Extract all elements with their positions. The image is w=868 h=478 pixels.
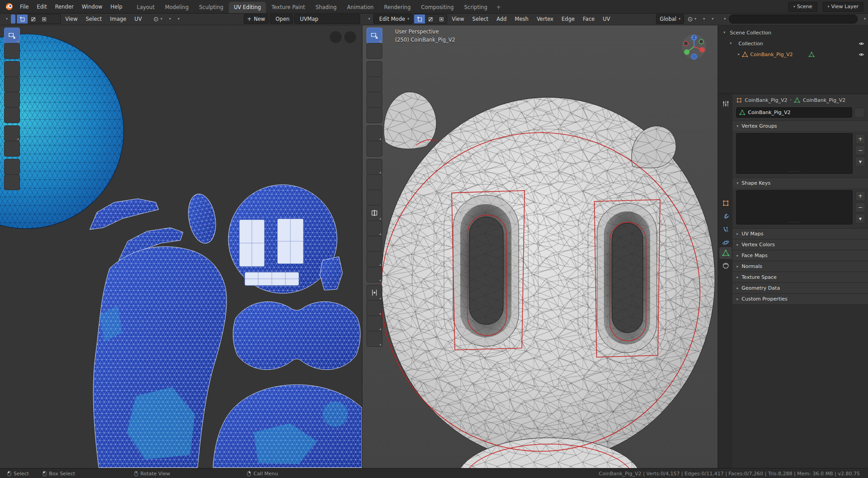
tab-output[interactable] — [719, 144, 732, 156]
uv-sync-selection-toggle[interactable] — [11, 14, 15, 24]
tab-material[interactable] — [719, 260, 732, 272]
vertex-groups-list[interactable]: ······ — [736, 133, 853, 174]
uv-menu-uv[interactable]: UV — [131, 14, 145, 24]
tab-tool[interactable] — [719, 115, 732, 126]
uv-select-mode-face[interactable] — [39, 14, 49, 24]
tool-rotate[interactable] — [366, 76, 382, 92]
tool-extrude-region[interactable] — [366, 159, 382, 175]
tool-spin[interactable] — [366, 251, 382, 267]
breadcrumb-data-name[interactable]: CoinBank_Pig_V2 — [803, 97, 845, 103]
navigation-gizmo[interactable]: Z — [680, 33, 708, 62]
remove-vertex-group-button[interactable]: − — [855, 145, 865, 155]
list-resize-grip[interactable]: ······ — [789, 170, 800, 173]
vp-menu-uv[interactable]: UV — [599, 14, 614, 24]
tab-modifiers[interactable] — [719, 211, 732, 223]
menu-help[interactable]: Help — [106, 2, 126, 12]
hide-in-viewport-eye-icon[interactable] — [858, 52, 864, 57]
fake-user-button[interactable] — [854, 108, 864, 118]
uv-tool-grab[interactable] — [4, 159, 20, 175]
uv-tool-cursor[interactable] — [4, 43, 20, 59]
tab-object-data[interactable] — [719, 247, 732, 259]
mode-dropdown[interactable]: Edit Mode▾ — [373, 14, 413, 24]
menu-window[interactable]: Window — [77, 2, 106, 12]
vp-menu-select[interactable]: Select — [469, 14, 492, 24]
snap-button[interactable]: ▾ — [699, 14, 707, 24]
workspace-tab-rendering[interactable]: Rendering — [379, 2, 416, 13]
workspace-tab-scripting[interactable]: Scripting — [459, 2, 492, 13]
shape-keys-list[interactable]: ······ — [736, 190, 853, 225]
panel-vertex-colors-header[interactable]: ▸ Vertex Colors — [733, 239, 868, 250]
new-image-button[interactable]: +New — [244, 14, 269, 24]
tool-select-box[interactable] — [366, 28, 382, 43]
workspace-tab-uv-editing[interactable]: UV Editing — [229, 2, 266, 13]
uv-tool-measure[interactable] — [4, 141, 20, 157]
vp-menu-mesh[interactable]: Mesh — [511, 14, 532, 24]
add-shape-key-button[interactable]: + — [855, 191, 865, 201]
snap-button[interactable]: ▾ — [165, 14, 173, 24]
tool-knife[interactable] — [366, 220, 382, 236]
transform-orientation-dropdown[interactable]: Global▾ — [656, 14, 684, 24]
tool-inset-faces[interactable] — [366, 174, 382, 190]
breadcrumb-object-name[interactable]: CoinBank_Pig_V2 — [745, 97, 787, 103]
editor-type-button[interactable]: ▾ — [2, 14, 10, 24]
outliner-row-scene-collection[interactable]: ▾ Scene Collection — [718, 27, 868, 38]
shape-key-specials-button[interactable]: ▾ — [855, 214, 865, 224]
tool-loop-cut[interactable] — [366, 205, 382, 221]
tab-render[interactable] — [719, 130, 732, 142]
uv-tool-relax[interactable] — [4, 174, 20, 190]
panel-vertex-groups-header[interactable]: ▾ Vertex Groups — [733, 121, 868, 131]
pivot-point-button[interactable]: ▾ — [151, 14, 164, 24]
editor-type-button[interactable]: ▾ — [365, 14, 372, 24]
tool-transform[interactable] — [366, 107, 382, 123]
uv-tool-select-box[interactable] — [4, 28, 20, 43]
proportional-edit-button[interactable]: ▾ — [174, 14, 182, 24]
view-layer-selector[interactable]: ▾ View Layer — [823, 2, 863, 12]
tool-edge-slide[interactable] — [366, 285, 382, 301]
disclosure-triangle-icon[interactable]: ▸ — [738, 53, 740, 56]
tool-scale[interactable] — [366, 92, 382, 108]
panel-texture-space-header[interactable]: ▸ Texture Space — [733, 272, 868, 282]
vp-menu-edge[interactable]: Edge — [558, 14, 579, 24]
tab-object[interactable] — [719, 197, 732, 209]
uv-zoom-button[interactable] — [344, 31, 356, 43]
vertex-group-specials-button[interactable]: ▾ — [855, 157, 865, 167]
uv-select-mode-island[interactable] — [49, 14, 60, 24]
workspace-tab-compositing[interactable]: Compositing — [416, 2, 458, 13]
tool-bevel[interactable] — [366, 190, 382, 206]
workspace-tab-texture-paint[interactable]: Texture Paint — [266, 2, 310, 13]
tab-particles[interactable] — [719, 224, 732, 235]
workspace-tab-layout[interactable]: Layout — [132, 2, 159, 13]
filter-button[interactable] — [858, 14, 863, 24]
viewport-canvas[interactable] — [362, 25, 718, 468]
uv-menu-view[interactable]: View — [62, 14, 81, 24]
select-mode-face[interactable] — [436, 14, 447, 24]
blender-logo-icon[interactable] — [4, 2, 14, 12]
viewport-zoom-button[interactable] — [668, 32, 679, 42]
panel-custom-properties-header[interactable]: ▸ Custom Properties — [733, 294, 868, 304]
hide-in-viewport-eye-icon[interactable] — [858, 41, 864, 47]
uv-tool-annotate[interactable] — [4, 125, 20, 141]
pivot-point-button[interactable]: ▾ — [685, 14, 699, 24]
tool-rip-region[interactable] — [366, 331, 382, 347]
editor-type-button[interactable]: ▾ — [720, 14, 728, 24]
panel-face-maps-header[interactable]: ▸ Face Maps — [733, 250, 868, 261]
tool-shrink-fatten[interactable] — [366, 300, 382, 316]
vp-menu-face[interactable]: Face — [579, 14, 598, 24]
workspace-tab-sculpting[interactable]: Sculpting — [194, 2, 228, 13]
uv-tool-move[interactable] — [4, 61, 20, 77]
panel-uv-maps-header[interactable]: ▸ UV Maps — [733, 229, 868, 239]
tab-world[interactable] — [719, 182, 732, 193]
uv-canvas[interactable] — [0, 25, 362, 468]
panel-normals-header[interactable]: ▸ Normals — [733, 261, 868, 272]
uv-tool-rotate[interactable] — [4, 76, 20, 92]
tool-annotate[interactable] — [366, 125, 382, 141]
list-resize-grip[interactable]: ······ — [789, 220, 800, 224]
vp-menu-view[interactable]: View — [448, 14, 468, 24]
proportional-edit-button[interactable]: ▾ — [708, 14, 716, 24]
outliner-search-input[interactable] — [729, 14, 858, 24]
workspace-tab-shading[interactable]: Shading — [310, 2, 342, 13]
panel-shape-keys-header[interactable]: ▾ Shape Keys — [733, 178, 868, 188]
uv-menu-image[interactable]: Image — [106, 14, 130, 24]
menu-edit[interactable]: Edit — [33, 2, 51, 12]
scene-selector[interactable]: ▾ Scene — [788, 2, 817, 12]
